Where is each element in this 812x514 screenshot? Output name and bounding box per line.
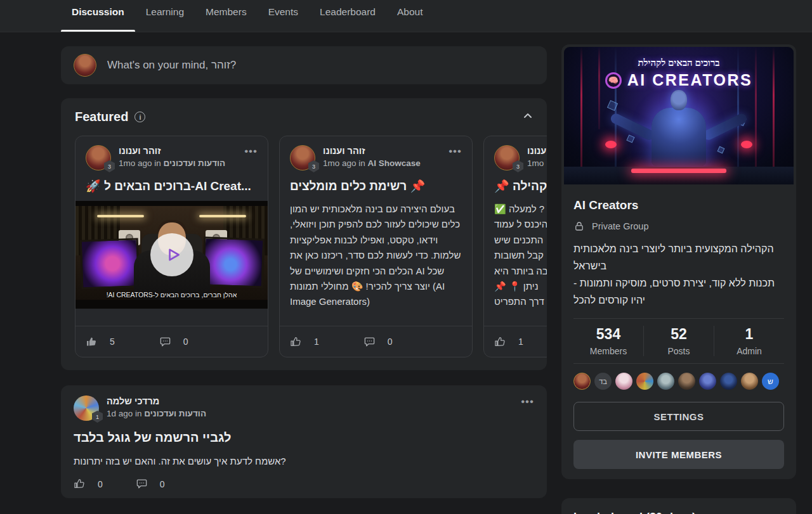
group-description: הקהילה המקצועית ביותר ליוצרי בינה מלאכות…	[573, 240, 784, 309]
member-avatar[interactable]	[615, 373, 632, 390]
comment-icon	[363, 336, 376, 348]
post-body: אשמח לדעת איך עושים את זה. והאם יש בזה י…	[74, 456, 534, 466]
post-author[interactable]: זוהר וענונו	[323, 146, 421, 156]
post-body-line: בה ביותר היא	[494, 264, 547, 279]
post-title[interactable]: לגביי הרשמה של גוגל בלבד	[74, 430, 534, 445]
tab-learning[interactable]: Learning	[135, 0, 195, 32]
tab-discussion[interactable]: Discussion	[61, 0, 135, 32]
brain-icon: 🧠	[605, 72, 622, 89]
member-avatar[interactable]	[573, 373, 591, 390]
like-count: 1	[518, 337, 523, 347]
admin-label: Admin	[714, 346, 784, 356]
member-avatar-initials[interactable]: בד	[594, 373, 612, 390]
comment-count: 0	[388, 337, 393, 347]
lock-icon	[573, 221, 585, 232]
member-avatar[interactable]	[741, 373, 758, 390]
feed-post-card[interactable]: 1 מרדכי שלמה 1d ago in הודעות ועדכונים •…	[61, 385, 547, 498]
comment-stat[interactable]: 0	[159, 336, 188, 348]
tab-leaderboard[interactable]: Leaderboard	[309, 0, 386, 32]
post-title[interactable]: 🚀 ברוכים הבאים ל-AI Creat...	[75, 179, 268, 193]
posts-label: Posts	[644, 346, 714, 356]
post-body: בעולם היצירה עם בינה מלאכותית יש המון כל…	[280, 202, 472, 310]
kebab-menu-icon[interactable]: •••	[244, 145, 258, 158]
featured-post-card[interactable]: 3 זוהר וענונו 1mo ago in הודעות ועדכונים…	[75, 136, 268, 357]
post-meta: 1mo	[527, 158, 547, 168]
member-avatar[interactable]	[678, 373, 695, 390]
composer-placeholder[interactable]: What's on your mind, זוהר?	[107, 59, 236, 72]
post-body-line: דרך התפריט	[494, 294, 547, 309]
post-body-line: 📌 📍 ניתן	[494, 279, 547, 294]
member-avatar-initials[interactable]: ש	[762, 373, 779, 390]
tab-members[interactable]: Members	[195, 0, 258, 32]
post-title[interactable]: רשימת כלים מומלצים 📌	[280, 179, 472, 193]
kebab-menu-icon[interactable]: •••	[521, 395, 534, 408]
post-timestamp: 1d ago in	[107, 409, 142, 418]
post-channel[interactable]: AI Showcase	[368, 158, 421, 168]
settings-button[interactable]: SETTINGS	[573, 402, 784, 431]
like-stat[interactable]: 1	[494, 336, 523, 348]
admin-stat[interactable]: 1 Admin	[714, 326, 784, 356]
member-avatar[interactable]	[720, 373, 737, 390]
like-count: 5	[110, 337, 115, 347]
play-button[interactable]	[150, 233, 193, 276]
group-info-card: ברוכים הבאים לקהילת 🧠 AI CREATORS AI Cre…	[561, 44, 796, 479]
featured-carousel[interactable]: 3 זוהר וענונו 1mo ago in הודעות ועדכונים…	[75, 136, 547, 357]
banner-brand-text: AI CREATORS	[627, 71, 752, 89]
featured-post-card[interactable]: 3 זוהר וענונו 1mo ago in AI Showcase •••…	[279, 136, 473, 357]
member-avatars-row: בד ש	[573, 364, 784, 391]
group-tab-bar: Discussion Learning Members Events Leade…	[0, 0, 812, 32]
post-title[interactable]: 📌 חוקי הקהילה	[484, 179, 547, 193]
like-stat[interactable]: 0	[74, 478, 103, 490]
comment-icon	[136, 478, 148, 490]
thumbs-up-icon	[86, 336, 98, 348]
post-timestamp: 1mo ago in	[323, 158, 365, 168]
post-timestamp: 1mo	[527, 158, 544, 168]
like-count: 0	[98, 479, 103, 489]
posts-count: 52	[644, 326, 714, 343]
like-stat[interactable]: 1	[290, 336, 319, 348]
post-body-line: היכנס ל עמוד	[494, 217, 547, 232]
comment-icon	[159, 336, 171, 348]
comment-stat[interactable]: 0	[363, 336, 393, 348]
post-channel[interactable]: הודעות ועדכונים	[144, 409, 206, 418]
members-count: 534	[573, 326, 643, 343]
group-name[interactable]: AI Creators	[573, 198, 784, 212]
comment-stat[interactable]: 0	[136, 478, 165, 490]
like-stat[interactable]: 5	[86, 336, 115, 348]
post-author[interactable]: זוהר וענונו	[119, 146, 225, 156]
post-meta: 1mo ago in AI Showcase	[323, 158, 421, 168]
member-avatar[interactable]	[699, 373, 716, 390]
tab-about[interactable]: About	[386, 0, 434, 32]
featured-post-card[interactable]: 3 זוהר וענונו 1mo 📌 חוקי הקהילה ✅ למעלה …	[483, 136, 547, 357]
group-privacy-label: Private Group	[592, 221, 648, 231]
invite-members-button[interactable]: INVITE MEMBERS	[573, 440, 784, 469]
tab-events[interactable]: Events	[258, 0, 309, 32]
avatar	[74, 54, 96, 77]
member-avatar[interactable]	[657, 373, 674, 390]
post-meta: 1d ago in הודעות ועדכונים	[107, 409, 206, 418]
kebab-menu-icon[interactable]: •••	[449, 145, 462, 158]
post-body-line: קבל תשובות	[494, 248, 547, 263]
posts-stat[interactable]: 52 Posts	[643, 326, 714, 356]
comment-count: 0	[183, 337, 188, 347]
post-author[interactable]: זוהר וענונו	[527, 146, 547, 156]
post-composer[interactable]: What's on your mind, זוהר?	[61, 46, 547, 84]
member-avatar[interactable]	[636, 373, 653, 390]
info-icon[interactable]: i	[134, 112, 145, 122]
members-stat[interactable]: 534 Members	[573, 326, 643, 356]
like-count: 1	[314, 337, 319, 347]
thumbs-up-icon	[290, 336, 302, 348]
main-feed-column: What's on your mind, זוהר? Featured i 3	[61, 46, 547, 498]
thumbs-up-icon	[494, 336, 506, 348]
group-banner-image[interactable]: ברוכים הבאים לקהילת 🧠 AI CREATORS	[564, 47, 794, 184]
admin-count: 1	[714, 326, 784, 343]
leaderboard-card: Leaderboard (30-days)	[561, 498, 796, 514]
thumbs-up-icon	[74, 478, 86, 490]
chevron-up-icon[interactable]	[523, 111, 533, 124]
video-thumbnail[interactable]: אהלן חברים, ברוכים הבאים ל-AI CREATORS!	[75, 201, 268, 309]
post-timestamp: 1mo ago in	[119, 158, 161, 168]
post-body-line: התכנים שיש	[494, 233, 547, 248]
post-channel[interactable]: הודעות ועדכונים	[164, 158, 226, 168]
video-caption: אהלן חברים, ברוכים הבאים ל-AI CREATORS!	[75, 291, 268, 299]
post-author[interactable]: מרדכי שלמה	[107, 396, 206, 406]
